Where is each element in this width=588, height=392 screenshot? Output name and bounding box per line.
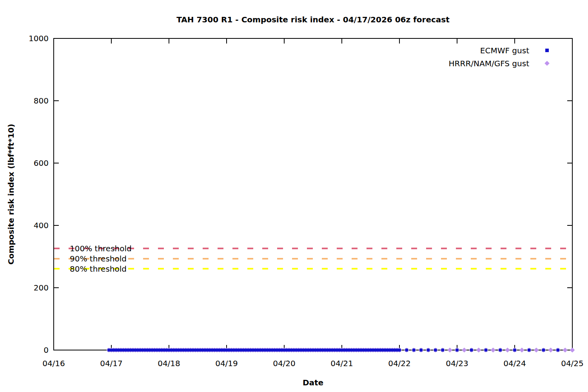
x-tick-label: 04/18 bbox=[158, 359, 180, 368]
data-point-diamond bbox=[570, 348, 574, 352]
data-point-square bbox=[528, 348, 531, 352]
legend-label-hrrr-nam-gfs: HRRR/NAM/GFS gust bbox=[449, 59, 529, 68]
data-point-square bbox=[470, 348, 473, 352]
data-point-square bbox=[412, 348, 416, 352]
x-tick-label: 04/20 bbox=[273, 359, 296, 368]
data-point-diamond bbox=[534, 348, 538, 352]
threshold-label: 90% threshold bbox=[70, 254, 127, 263]
data-point-square bbox=[405, 348, 408, 352]
data-point-diamond bbox=[491, 348, 495, 352]
y-tick-label: 200 bbox=[34, 283, 49, 292]
x-tick-label: 04/24 bbox=[503, 359, 526, 368]
legend: ECMWF gust HRRR/NAM/GFS gust bbox=[449, 44, 564, 70]
legend-row-hrrr-nam-gfs: HRRR/NAM/GFS gust bbox=[449, 57, 564, 70]
data-point-square bbox=[419, 348, 423, 352]
x-tick-label: 04/23 bbox=[446, 359, 468, 368]
data-point-square bbox=[542, 348, 545, 352]
data-point-diamond bbox=[548, 348, 553, 352]
x-tick-label: 04/22 bbox=[388, 359, 411, 368]
data-point-diamond bbox=[520, 348, 524, 352]
y-tick-label: 1000 bbox=[29, 34, 49, 43]
data-point-square bbox=[427, 348, 430, 352]
data-point-square bbox=[398, 348, 401, 352]
threshold-labels: 100% threshold90% threshold80% threshold bbox=[70, 244, 132, 274]
data-point-square bbox=[513, 348, 516, 352]
data-point-square bbox=[485, 348, 488, 352]
data-point-square bbox=[434, 348, 437, 352]
x-tick-label: 04/16 bbox=[42, 359, 65, 368]
threshold-label: 100% threshold bbox=[70, 244, 132, 253]
x-tick-label: 04/21 bbox=[330, 359, 353, 368]
legend-label-ecmwf: ECMWF gust bbox=[480, 46, 529, 55]
ecmwf-square-marker-icon bbox=[545, 49, 549, 52]
chart-container: TAH 7300 R1 - Composite risk index - 04/… bbox=[0, 0, 588, 392]
y-tick-label: 0 bbox=[44, 345, 49, 355]
y-tick-label: 800 bbox=[34, 96, 49, 105]
hrrr-nam-gfs-diamond-marker-icon bbox=[544, 61, 550, 66]
y-axis-ticks: 02004006008001000 bbox=[29, 34, 572, 355]
data-point-square bbox=[499, 348, 502, 352]
y-tick-label: 600 bbox=[34, 158, 49, 168]
x-tick-label: 04/19 bbox=[215, 359, 238, 368]
legend-marker-box bbox=[529, 49, 564, 52]
plot-border bbox=[54, 38, 572, 350]
threshold-label: 80% threshold bbox=[70, 264, 127, 274]
legend-marker-box bbox=[529, 62, 564, 65]
data-point-diamond bbox=[505, 348, 510, 352]
legend-row-ecmwf: ECMWF gust bbox=[449, 44, 564, 57]
x-axis-label: Date bbox=[54, 378, 572, 387]
y-tick-label: 400 bbox=[34, 221, 49, 230]
data-point-diamond bbox=[476, 348, 481, 352]
data-point-square bbox=[441, 348, 445, 352]
x-axis-ticks: 04/1604/1704/1804/1904/2004/2104/2204/23… bbox=[42, 38, 584, 368]
data-point-square bbox=[557, 348, 560, 352]
x-tick-label: 04/17 bbox=[100, 359, 123, 368]
x-tick-label: 04/25 bbox=[561, 359, 584, 368]
data-point-diamond bbox=[462, 348, 466, 352]
data-point-diamond bbox=[448, 348, 452, 352]
data-point-diamond bbox=[563, 348, 567, 352]
data-point-square bbox=[456, 348, 459, 352]
